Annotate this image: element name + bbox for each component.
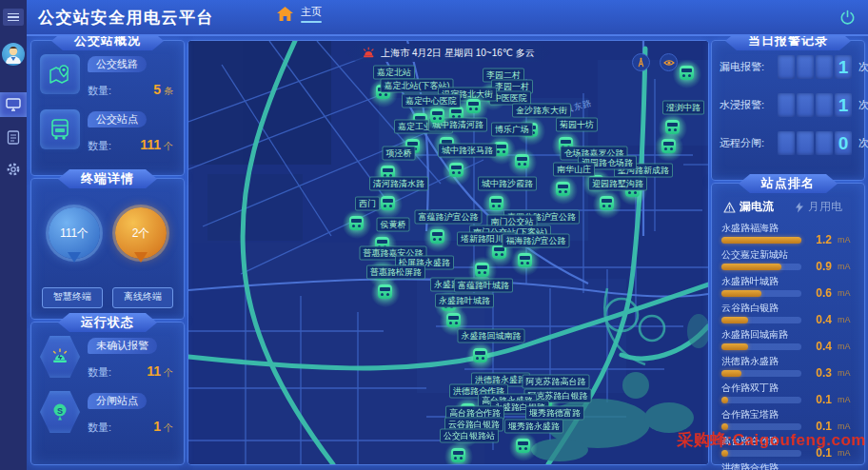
bus-marker-icon xyxy=(600,196,614,210)
tab-monthly-power[interactable]: 月用电 xyxy=(795,199,842,215)
ranking-item: 洪德路合作路0.1mA xyxy=(721,461,855,470)
tripped-stations-label: 分闸站点 xyxy=(88,393,147,409)
ranking-item-name: 公交嘉定新城站 xyxy=(721,248,855,261)
page-title: 公交站安全用电云平台 xyxy=(38,7,214,29)
remote-trip-value: 0 xyxy=(838,133,849,154)
ranking-item-value: 0.9 xyxy=(807,260,832,273)
bus-marker-icon xyxy=(665,120,680,134)
bus-marker-icon xyxy=(451,448,465,462)
bus-marker[interactable] xyxy=(509,433,538,461)
bus-marker-icon xyxy=(516,439,530,453)
sidebar xyxy=(0,0,27,470)
panel-bus-overview: 公交站概况 公交线路 数量: 5条 xyxy=(30,40,185,176)
bus-station-label: 永盛路回城南路 xyxy=(458,329,525,343)
bus-marker-icon xyxy=(680,66,694,80)
ranking-item-unit: mA xyxy=(838,262,855,271)
sidebar-item-report[interactable] xyxy=(0,125,27,149)
warning-triangle-icon xyxy=(723,202,736,213)
bus-marker[interactable] xyxy=(371,279,400,307)
ranking-item-name: 合作路双丁路 xyxy=(721,382,855,394)
ranking-item-unit: mA xyxy=(838,395,855,404)
ranking-bar-track xyxy=(721,343,801,350)
bus-station-label: 嘉定北站 xyxy=(373,66,415,80)
bus-marker[interactable] xyxy=(508,148,537,177)
bus-marker-icon xyxy=(430,108,444,123)
bus-lines-tile xyxy=(40,54,80,94)
bus-marker[interactable] xyxy=(466,343,495,371)
bus-stops-label: 公交站点 xyxy=(88,111,147,127)
bus-marker[interactable] xyxy=(424,224,452,252)
nav-home-label: 主页 xyxy=(301,5,322,19)
bus-marker[interactable] xyxy=(549,176,578,205)
bus-station-label: 澄浏中路 xyxy=(662,101,704,115)
bus-stops-tile xyxy=(40,109,80,149)
ranking-item-name: 永盛路叶城路 xyxy=(721,275,855,287)
ranking-item-name: 云谷路白银路 xyxy=(721,302,855,314)
bus-station-label: 富蕴路沪宜公路 xyxy=(415,210,483,225)
bus-station-label: 博乐广场 xyxy=(491,123,533,137)
bus-marker[interactable] xyxy=(343,210,371,239)
flood-alarm-value: 1 xyxy=(838,95,849,116)
menu-icon[interactable] xyxy=(3,9,24,26)
ranking-bar-track xyxy=(721,264,801,270)
ranking-item-unit: mA xyxy=(838,288,855,298)
eye-icon xyxy=(663,57,675,69)
ranking-bar-fill xyxy=(721,397,728,403)
panel-terminal-detail-title: 终端详情 xyxy=(58,169,157,188)
svg-text:S: S xyxy=(57,406,63,416)
nav-home[interactable]: 主页 xyxy=(276,5,322,23)
bus-station-label: 公交白银路站 xyxy=(440,429,499,443)
ranking-bar-fill xyxy=(721,317,748,323)
bus-marker-icon xyxy=(661,139,676,153)
power-button[interactable] xyxy=(838,8,857,27)
bus-station-label: 侯黄桥 xyxy=(377,218,410,232)
bus-marker[interactable] xyxy=(460,93,488,122)
bus-station-label: 清河路清水路 xyxy=(369,177,428,191)
eye-control-button[interactable] xyxy=(660,53,678,71)
bus-marker[interactable] xyxy=(444,442,473,465)
offline-terminal-button[interactable]: 离线终端 xyxy=(112,287,173,308)
ranking-item: 永盛路叶城路0.6mA xyxy=(721,275,855,299)
ranking-bar-fill xyxy=(721,237,801,244)
tab-leakage-current[interactable]: 漏电流 xyxy=(723,199,774,215)
avatar[interactable] xyxy=(2,43,25,66)
leakage-alarm-label: 漏电报警: xyxy=(720,60,773,74)
gear-icon xyxy=(6,162,21,177)
ranking-bar-track xyxy=(721,370,801,377)
flood-alarm-row: 水浸报警: 1 次 xyxy=(712,93,864,117)
bus-marker[interactable] xyxy=(468,257,497,285)
bus-marker-icon xyxy=(449,163,464,177)
sidebar-item-monitor[interactable] xyxy=(0,92,27,117)
bus-marker[interactable] xyxy=(655,133,683,162)
bus-marker[interactable] xyxy=(424,103,452,131)
bus-stops-value: 111 xyxy=(140,137,161,152)
smart-terminal-balloon: 111个 xyxy=(49,207,100,259)
bus-marker[interactable] xyxy=(593,190,621,219)
panel-run-status-title: 运行状态 xyxy=(58,313,157,332)
ranking-bar-track xyxy=(721,317,801,323)
ranking-item-name: 永盛路回城南路 xyxy=(721,328,855,341)
ranking-item: 洪德路永盛路0.3mA xyxy=(721,355,855,379)
panel-run-status: 运行状态 未确认报警 数量: 11个 S 分闸站 xyxy=(30,322,185,465)
bus-marker[interactable] xyxy=(443,157,471,186)
tower-control-button[interactable] xyxy=(632,53,650,71)
ranking-item: 永盛路福海路1.2mA xyxy=(721,222,855,245)
ranking-bar-fill xyxy=(721,343,748,350)
tripped-stations-row: S 分闸站点 数量: 1个 xyxy=(31,380,184,435)
bus-marker-icon xyxy=(473,348,487,362)
weather-text: 上海市 4月2日 星期四 10~16℃ 多云 xyxy=(381,47,535,60)
leakage-alarm-cells: 1 xyxy=(778,55,852,79)
ranking-bar-fill xyxy=(721,370,741,377)
leakage-alarm-row: 漏电报警: 1 次 xyxy=(712,55,864,79)
tripped-stations-value: 1 xyxy=(153,419,161,434)
smart-terminal-button[interactable]: 智慧终端 xyxy=(42,287,103,308)
sidebar-item-settings[interactable] xyxy=(0,157,27,182)
map[interactable]: 上海市 4月2日 星期四 10~16℃ 多云 嘉定北站嘉定北站(下客站)李园二村… xyxy=(187,40,709,465)
bus-marker-icon xyxy=(430,229,444,244)
bus-station-label: 迎园路墅沟路 xyxy=(588,177,647,191)
bus-station-label: 堰秀路永盛路 xyxy=(504,420,563,434)
bus-icon xyxy=(48,117,72,142)
s-pin-hex-tile: S xyxy=(40,391,80,433)
terminal-balloons: 111个 2个 xyxy=(31,179,184,259)
bus-marker[interactable] xyxy=(511,247,540,276)
